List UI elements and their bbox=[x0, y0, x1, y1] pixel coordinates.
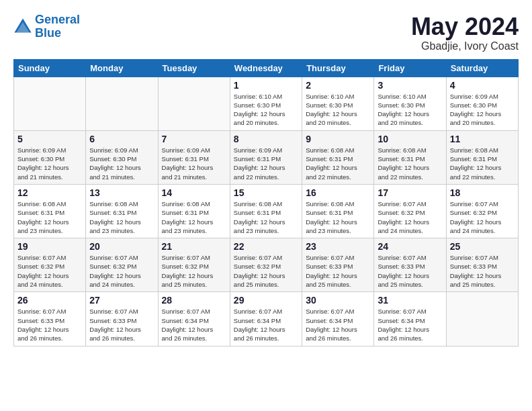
day-cell: 13Sunrise: 6:08 AMSunset: 6:31 PMDayligh… bbox=[86, 184, 158, 238]
day-number: 3 bbox=[378, 80, 442, 91]
day-info: Sunrise: 6:10 AMSunset: 6:30 PMDaylight:… bbox=[306, 92, 370, 128]
day-cell: 7Sunrise: 6:09 AMSunset: 6:31 PMDaylight… bbox=[158, 130, 230, 184]
day-cell: 5Sunrise: 6:09 AMSunset: 6:30 PMDaylight… bbox=[14, 130, 86, 184]
day-cell bbox=[14, 77, 86, 130]
day-info: Sunrise: 6:09 AMSunset: 6:30 PMDaylight:… bbox=[89, 146, 154, 181]
week-row-4: 19Sunrise: 6:07 AMSunset: 6:32 PMDayligh… bbox=[14, 238, 519, 292]
logo-line1: General bbox=[35, 13, 80, 26]
day-info: Sunrise: 6:07 AMSunset: 6:32 PMDaylight:… bbox=[17, 253, 82, 289]
day-info: Sunrise: 6:08 AMSunset: 6:31 PMDaylight:… bbox=[162, 199, 226, 235]
day-number: 18 bbox=[450, 187, 515, 198]
logo-text: General Blue bbox=[35, 13, 80, 40]
day-info: Sunrise: 6:08 AMSunset: 6:31 PMDaylight:… bbox=[17, 199, 82, 235]
day-info: Sunrise: 6:10 AMSunset: 6:30 PMDaylight:… bbox=[378, 92, 442, 128]
day-cell: 9Sunrise: 6:08 AMSunset: 6:31 PMDaylight… bbox=[302, 130, 374, 184]
day-info: Sunrise: 6:09 AMSunset: 6:31 PMDaylight:… bbox=[234, 146, 298, 181]
day-number: 24 bbox=[378, 241, 442, 252]
day-info: Sunrise: 6:07 AMSunset: 6:34 PMDaylight:… bbox=[378, 307, 442, 342]
day-cell: 4Sunrise: 6:09 AMSunset: 6:30 PMDaylight… bbox=[446, 77, 518, 130]
calendar: SundayMondayTuesdayWednesdayThursdayFrid… bbox=[13, 59, 519, 347]
day-cell bbox=[446, 292, 518, 346]
day-number: 31 bbox=[378, 295, 442, 306]
day-info: Sunrise: 6:07 AMSunset: 6:32 PMDaylight:… bbox=[234, 253, 298, 289]
weekday-header-friday: Friday bbox=[374, 59, 446, 77]
week-row-5: 26Sunrise: 6:07 AMSunset: 6:33 PMDayligh… bbox=[14, 292, 519, 346]
day-cell: 3Sunrise: 6:10 AMSunset: 6:30 PMDaylight… bbox=[374, 77, 446, 130]
day-cell: 26Sunrise: 6:07 AMSunset: 6:33 PMDayligh… bbox=[14, 292, 86, 346]
day-info: Sunrise: 6:07 AMSunset: 6:33 PMDaylight:… bbox=[378, 253, 442, 289]
day-cell bbox=[158, 77, 230, 130]
day-cell: 28Sunrise: 6:07 AMSunset: 6:34 PMDayligh… bbox=[158, 292, 230, 346]
week-row-2: 5Sunrise: 6:09 AMSunset: 6:30 PMDaylight… bbox=[14, 130, 519, 184]
day-cell: 15Sunrise: 6:08 AMSunset: 6:31 PMDayligh… bbox=[230, 184, 302, 238]
day-cell: 10Sunrise: 6:08 AMSunset: 6:31 PMDayligh… bbox=[374, 130, 446, 184]
day-number: 4 bbox=[450, 80, 515, 91]
day-cell: 14Sunrise: 6:08 AMSunset: 6:31 PMDayligh… bbox=[158, 184, 230, 238]
day-cell: 29Sunrise: 6:07 AMSunset: 6:34 PMDayligh… bbox=[230, 292, 302, 346]
day-number: 9 bbox=[306, 134, 370, 144]
day-number: 21 bbox=[162, 241, 226, 252]
day-info: Sunrise: 6:07 AMSunset: 6:33 PMDaylight:… bbox=[89, 307, 154, 342]
day-number: 30 bbox=[306, 295, 370, 306]
day-number: 26 bbox=[17, 295, 82, 306]
day-number: 22 bbox=[234, 241, 298, 252]
day-cell: 6Sunrise: 6:09 AMSunset: 6:30 PMDaylight… bbox=[86, 130, 158, 184]
day-number: 25 bbox=[450, 241, 515, 252]
day-cell: 31Sunrise: 6:07 AMSunset: 6:34 PMDayligh… bbox=[374, 292, 446, 346]
logo: General Blue bbox=[13, 13, 80, 40]
day-number: 23 bbox=[306, 241, 370, 252]
day-info: Sunrise: 6:07 AMSunset: 6:32 PMDaylight:… bbox=[89, 253, 154, 289]
day-number: 1 bbox=[234, 80, 298, 91]
main-title: May 2024 bbox=[411, 13, 519, 40]
day-cell bbox=[86, 77, 158, 130]
day-number: 10 bbox=[378, 134, 442, 144]
day-number: 27 bbox=[89, 295, 154, 306]
weekday-header-monday: Monday bbox=[86, 59, 158, 77]
day-info: Sunrise: 6:09 AMSunset: 6:30 PMDaylight:… bbox=[450, 92, 515, 128]
day-cell: 12Sunrise: 6:08 AMSunset: 6:31 PMDayligh… bbox=[14, 184, 86, 238]
day-info: Sunrise: 6:08 AMSunset: 6:31 PMDaylight:… bbox=[378, 146, 442, 181]
day-info: Sunrise: 6:07 AMSunset: 6:32 PMDaylight:… bbox=[450, 199, 515, 235]
page: General Blue May 2024 Gbadjie, Ivory Coa… bbox=[0, 0, 532, 353]
weekday-header-thursday: Thursday bbox=[302, 59, 374, 77]
day-number: 14 bbox=[162, 187, 226, 198]
day-cell: 18Sunrise: 6:07 AMSunset: 6:32 PMDayligh… bbox=[446, 184, 518, 238]
day-number: 16 bbox=[306, 187, 370, 198]
day-number: 11 bbox=[450, 134, 515, 144]
day-info: Sunrise: 6:07 AMSunset: 6:34 PMDaylight:… bbox=[306, 307, 370, 342]
day-number: 6 bbox=[89, 134, 154, 144]
day-info: Sunrise: 6:08 AMSunset: 6:31 PMDaylight:… bbox=[450, 146, 515, 181]
day-info: Sunrise: 6:09 AMSunset: 6:31 PMDaylight:… bbox=[162, 146, 226, 181]
header: General Blue May 2024 Gbadjie, Ivory Coa… bbox=[13, 13, 519, 52]
day-info: Sunrise: 6:08 AMSunset: 6:31 PMDaylight:… bbox=[306, 146, 370, 181]
weekday-row: SundayMondayTuesdayWednesdayThursdayFrid… bbox=[14, 59, 519, 77]
subtitle: Gbadjie, Ivory Coast bbox=[411, 40, 519, 52]
day-cell: 20Sunrise: 6:07 AMSunset: 6:32 PMDayligh… bbox=[86, 238, 158, 292]
calendar-header: SundayMondayTuesdayWednesdayThursdayFrid… bbox=[14, 59, 519, 77]
day-info: Sunrise: 6:07 AMSunset: 6:33 PMDaylight:… bbox=[450, 253, 515, 289]
day-cell: 19Sunrise: 6:07 AMSunset: 6:32 PMDayligh… bbox=[14, 238, 86, 292]
week-row-3: 12Sunrise: 6:08 AMSunset: 6:31 PMDayligh… bbox=[14, 184, 519, 238]
day-cell: 17Sunrise: 6:07 AMSunset: 6:32 PMDayligh… bbox=[374, 184, 446, 238]
day-info: Sunrise: 6:07 AMSunset: 6:32 PMDaylight:… bbox=[378, 199, 442, 235]
day-cell: 23Sunrise: 6:07 AMSunset: 6:33 PMDayligh… bbox=[302, 238, 374, 292]
day-cell: 24Sunrise: 6:07 AMSunset: 6:33 PMDayligh… bbox=[374, 238, 446, 292]
day-number: 17 bbox=[378, 187, 442, 198]
day-cell: 1Sunrise: 6:10 AMSunset: 6:30 PMDaylight… bbox=[230, 77, 302, 130]
day-info: Sunrise: 6:10 AMSunset: 6:30 PMDaylight:… bbox=[234, 92, 298, 128]
day-cell: 11Sunrise: 6:08 AMSunset: 6:31 PMDayligh… bbox=[446, 130, 518, 184]
day-cell: 16Sunrise: 6:08 AMSunset: 6:31 PMDayligh… bbox=[302, 184, 374, 238]
day-info: Sunrise: 6:07 AMSunset: 6:33 PMDaylight:… bbox=[17, 307, 82, 342]
day-cell: 27Sunrise: 6:07 AMSunset: 6:33 PMDayligh… bbox=[86, 292, 158, 346]
day-cell: 30Sunrise: 6:07 AMSunset: 6:34 PMDayligh… bbox=[302, 292, 374, 346]
day-cell: 25Sunrise: 6:07 AMSunset: 6:33 PMDayligh… bbox=[446, 238, 518, 292]
day-info: Sunrise: 6:07 AMSunset: 6:34 PMDaylight:… bbox=[234, 307, 298, 342]
logo-icon bbox=[13, 17, 32, 36]
day-cell: 2Sunrise: 6:10 AMSunset: 6:30 PMDaylight… bbox=[302, 77, 374, 130]
day-info: Sunrise: 6:08 AMSunset: 6:31 PMDaylight:… bbox=[234, 199, 298, 235]
day-info: Sunrise: 6:07 AMSunset: 6:32 PMDaylight:… bbox=[162, 253, 226, 289]
day-info: Sunrise: 6:08 AMSunset: 6:31 PMDaylight:… bbox=[89, 199, 154, 235]
day-number: 15 bbox=[234, 187, 298, 198]
day-cell: 8Sunrise: 6:09 AMSunset: 6:31 PMDaylight… bbox=[230, 130, 302, 184]
week-row-1: 1Sunrise: 6:10 AMSunset: 6:30 PMDaylight… bbox=[14, 77, 519, 130]
